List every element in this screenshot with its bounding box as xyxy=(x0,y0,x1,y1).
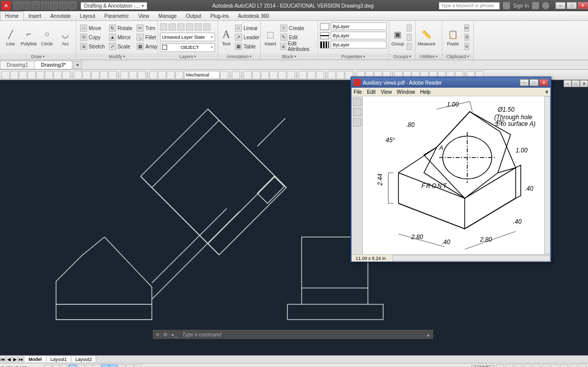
layer-object-combo[interactable]: OBJECT xyxy=(160,43,215,52)
copy-button[interactable]: ⎘Copy xyxy=(78,33,106,42)
tool-icon[interactable] xyxy=(299,71,307,79)
qat-saveas-icon[interactable] xyxy=(41,2,49,10)
qat-redo-icon[interactable] xyxy=(68,2,76,10)
dimstyle-combo[interactable]: Mechanical xyxy=(184,71,220,79)
status-icon[interactable] xyxy=(496,364,504,368)
tool-icon[interactable] xyxy=(167,71,175,79)
status-lwt[interactable] xyxy=(126,364,133,368)
status-otrack[interactable] xyxy=(101,364,109,368)
tool-icon[interactable] xyxy=(138,71,146,79)
tab-autodesk360[interactable]: Autodesk 360 xyxy=(233,12,274,20)
tab-annotate[interactable]: Annotate xyxy=(46,12,75,20)
color-combo[interactable]: ByLayer xyxy=(331,22,387,30)
qat-new-icon[interactable] xyxy=(13,2,21,10)
tab-view[interactable]: View xyxy=(133,12,154,20)
pdf-minimize[interactable]: ─ xyxy=(520,79,529,86)
cmd-prompt[interactable]: Type a command xyxy=(179,332,225,337)
tab-insert[interactable]: Insert xyxy=(24,12,46,20)
status-polar[interactable] xyxy=(77,364,85,368)
tab-plugins[interactable]: Plug-ins xyxy=(206,12,233,20)
copy-clip-icon[interactable]: ⎘ xyxy=(463,33,471,42)
pdf-menu-view[interactable]: View xyxy=(381,89,392,95)
tool-icon[interactable] xyxy=(149,71,157,79)
signin-link[interactable]: Sign In xyxy=(513,3,529,9)
pdf-close[interactable]: ✕ xyxy=(539,79,548,86)
pdf-thumbnails-icon[interactable] xyxy=(353,98,361,106)
layer-state-combo[interactable]: Unsaved Layer State xyxy=(160,33,215,41)
array-button[interactable]: ▦Array xyxy=(135,42,159,51)
command-line[interactable]: ✕ ⚙ ▸_ Type a command ▴ xyxy=(153,330,433,339)
pdf-hscrollbar[interactable] xyxy=(392,255,550,261)
create-block-button[interactable]: +Create xyxy=(279,24,315,33)
layout-nav-last[interactable]: ⏭ xyxy=(18,357,24,362)
move-button[interactable]: ↔Move xyxy=(78,24,106,33)
pdf-page[interactable]: 1.00 .80 45° 2.44 2.80 .40 2.80 .40 .40 … xyxy=(363,96,550,254)
mirror-button[interactable]: ▲Mirror xyxy=(108,33,134,42)
modify-icon-2[interactable] xyxy=(169,22,177,31)
tool-icon[interactable] xyxy=(316,71,324,79)
status-snap[interactable] xyxy=(52,364,60,368)
cmd-dropdown-icon[interactable]: ▴ xyxy=(424,332,433,337)
linetype-combo[interactable]: ByLayer xyxy=(331,41,387,48)
minimize-button[interactable]: ─ xyxy=(555,2,566,9)
doc-tab-1[interactable]: Drawing1 xyxy=(0,61,35,69)
rotate-button[interactable]: ↻Rotate xyxy=(108,24,134,33)
status-icon[interactable] xyxy=(505,364,513,368)
trim-button[interactable]: ✂Trim xyxy=(135,24,159,33)
tool-icon[interactable] xyxy=(36,71,44,79)
tool-icon[interactable] xyxy=(261,71,269,79)
tool-icon[interactable] xyxy=(109,71,117,79)
tool-icon[interactable] xyxy=(129,71,137,79)
edit-block-button[interactable]: ✎Edit xyxy=(279,33,315,42)
qat-open-icon[interactable] xyxy=(22,2,31,10)
tab-output[interactable]: Output xyxy=(181,12,206,20)
status-osnap[interactable] xyxy=(85,364,93,368)
panel-groups-title[interactable]: Groups xyxy=(389,54,415,60)
panel-modify-title[interactable]: Modify xyxy=(76,54,157,60)
status-icon[interactable] xyxy=(579,364,586,368)
tab-parametric[interactable]: Parametric xyxy=(100,12,133,20)
tool-icon[interactable] xyxy=(120,71,128,79)
modify-icon-1[interactable] xyxy=(160,22,168,31)
panel-layers-title[interactable]: Layers xyxy=(158,54,218,60)
status-infer[interactable] xyxy=(44,364,52,368)
tool-icon[interactable] xyxy=(220,71,228,79)
infocenter-icon[interactable] xyxy=(503,2,510,9)
tool-icon[interactable] xyxy=(74,71,82,79)
status-icon[interactable] xyxy=(560,364,568,368)
tool-icon[interactable] xyxy=(252,71,260,79)
workspace-selector[interactable]: Drafting & Annotation -... xyxy=(81,2,147,10)
qat-save-icon[interactable] xyxy=(32,2,40,10)
tool-icon[interactable] xyxy=(307,71,315,79)
layout-nav-first[interactable]: ⏮ xyxy=(0,357,6,362)
tool-icon[interactable] xyxy=(232,71,240,79)
layout-tab-model[interactable]: Model xyxy=(24,356,46,362)
arc-button[interactable]: ◡Arc xyxy=(57,23,74,51)
stretch-button[interactable]: ⇲Stretch xyxy=(78,42,106,51)
tool-icon[interactable] xyxy=(10,71,18,79)
tool-icon[interactable] xyxy=(175,71,183,79)
panel-utilities-title[interactable]: Utilities xyxy=(416,54,442,60)
tool-icon[interactable] xyxy=(244,71,252,79)
tool-icon[interactable] xyxy=(19,71,27,79)
layout-tab-1[interactable]: Layout1 xyxy=(46,356,71,362)
measure-button[interactable]: 📏Measure xyxy=(418,23,435,51)
linetype-icon[interactable] xyxy=(320,41,329,48)
pdf-maximize[interactable]: □ xyxy=(529,79,539,86)
cmd-options-icon[interactable]: ⚙ xyxy=(162,332,170,337)
text-button[interactable]: AText xyxy=(220,23,232,51)
status-icon[interactable] xyxy=(542,364,550,368)
tool-icon[interactable] xyxy=(336,71,344,79)
circle-button[interactable]: ○Circle xyxy=(39,23,56,51)
tool-icon[interactable] xyxy=(328,71,336,79)
status-icon[interactable] xyxy=(551,364,559,368)
status-tpy[interactable] xyxy=(134,364,142,368)
fillet-button[interactable]: ◟Fillet xyxy=(135,33,159,42)
status-dyn[interactable] xyxy=(118,364,125,368)
status-icon[interactable] xyxy=(515,364,522,368)
pdf-menu-window[interactable]: Window xyxy=(397,89,415,95)
status-3dosnap[interactable] xyxy=(93,364,101,368)
cut-icon[interactable]: ✂ xyxy=(463,24,471,33)
pdf-menu-file[interactable]: File xyxy=(354,89,362,95)
panel-block-title[interactable]: Block xyxy=(261,54,317,60)
